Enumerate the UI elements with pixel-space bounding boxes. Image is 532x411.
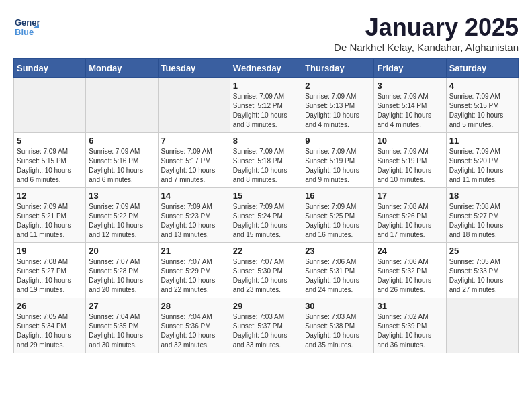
calendar-title: January 2025 <box>334 13 519 42</box>
day-info: Sunrise: 7:04 AMSunset: 5:35 PMDaylight:… <box>89 312 154 350</box>
calendar-header-row: SundayMondayTuesdayWednesdayThursdayFrid… <box>14 59 519 78</box>
day-number: 24 <box>377 246 443 256</box>
day-info: Sunrise: 7:07 AMSunset: 5:28 PMDaylight:… <box>89 257 154 295</box>
calendar-cell: 19Sunrise: 7:08 AMSunset: 5:27 PMDayligh… <box>14 243 86 298</box>
day-number: 4 <box>449 81 515 91</box>
calendar-cell: 24Sunrise: 7:06 AMSunset: 5:32 PMDayligh… <box>374 243 446 298</box>
day-info: Sunrise: 7:09 AMSunset: 5:21 PMDaylight:… <box>17 202 83 240</box>
day-info: Sunrise: 7:08 AMSunset: 5:26 PMDaylight:… <box>377 202 443 240</box>
day-number: 8 <box>233 136 299 146</box>
day-info: Sunrise: 7:09 AMSunset: 5:22 PMDaylight:… <box>89 202 154 240</box>
logo-icon: General Blue <box>13 13 40 40</box>
calendar-cell: 20Sunrise: 7:07 AMSunset: 5:28 PMDayligh… <box>86 243 158 298</box>
day-info: Sunrise: 7:09 AMSunset: 5:24 PMDaylight:… <box>233 202 299 240</box>
day-number: 14 <box>161 191 227 201</box>
day-header-sunday: Sunday <box>14 59 86 78</box>
day-info: Sunrise: 7:09 AMSunset: 5:23 PMDaylight:… <box>161 202 227 240</box>
calendar-cell: 2Sunrise: 7:09 AMSunset: 5:13 PMDaylight… <box>302 78 374 133</box>
day-info: Sunrise: 7:06 AMSunset: 5:31 PMDaylight:… <box>305 257 371 295</box>
day-number: 2 <box>305 81 371 91</box>
calendar-cell: 27Sunrise: 7:04 AMSunset: 5:35 PMDayligh… <box>86 298 158 353</box>
calendar-cell: 9Sunrise: 7:09 AMSunset: 5:19 PMDaylight… <box>302 133 374 188</box>
calendar-cell: 1Sunrise: 7:09 AMSunset: 5:12 PMDaylight… <box>230 78 302 133</box>
day-number: 9 <box>305 136 371 146</box>
calendar-week-row: 1Sunrise: 7:09 AMSunset: 5:12 PMDaylight… <box>14 78 519 133</box>
day-number: 10 <box>377 136 443 146</box>
calendar-cell: 18Sunrise: 7:08 AMSunset: 5:27 PMDayligh… <box>446 188 518 243</box>
calendar-cell: 8Sunrise: 7:09 AMSunset: 5:18 PMDaylight… <box>230 133 302 188</box>
day-info: Sunrise: 7:09 AMSunset: 5:17 PMDaylight:… <box>161 147 227 185</box>
day-number: 31 <box>377 301 443 311</box>
calendar-cell: 6Sunrise: 7:09 AMSunset: 5:16 PMDaylight… <box>86 133 158 188</box>
day-number: 17 <box>377 191 443 201</box>
calendar-cell: 23Sunrise: 7:06 AMSunset: 5:31 PMDayligh… <box>302 243 374 298</box>
day-info: Sunrise: 7:09 AMSunset: 5:20 PMDaylight:… <box>449 147 515 185</box>
day-number: 6 <box>89 136 154 146</box>
calendar-cell: 26Sunrise: 7:05 AMSunset: 5:34 PMDayligh… <box>14 298 86 353</box>
calendar-cell: 7Sunrise: 7:09 AMSunset: 5:17 PMDaylight… <box>158 133 230 188</box>
calendar-cell: 4Sunrise: 7:09 AMSunset: 5:15 PMDaylight… <box>446 78 518 133</box>
day-header-thursday: Thursday <box>302 59 374 78</box>
calendar-cell: 25Sunrise: 7:05 AMSunset: 5:33 PMDayligh… <box>446 243 518 298</box>
day-number: 25 <box>449 246 515 256</box>
day-info: Sunrise: 7:09 AMSunset: 5:25 PMDaylight:… <box>305 202 371 240</box>
day-info: Sunrise: 7:02 AMSunset: 5:39 PMDaylight:… <box>377 312 443 350</box>
day-info: Sunrise: 7:05 AMSunset: 5:34 PMDaylight:… <box>17 312 83 350</box>
calendar-week-row: 26Sunrise: 7:05 AMSunset: 5:34 PMDayligh… <box>14 298 519 353</box>
day-info: Sunrise: 7:05 AMSunset: 5:33 PMDaylight:… <box>449 257 515 295</box>
day-info: Sunrise: 7:09 AMSunset: 5:12 PMDaylight:… <box>233 92 299 130</box>
day-number: 23 <box>305 246 371 256</box>
calendar-cell: 15Sunrise: 7:09 AMSunset: 5:24 PMDayligh… <box>230 188 302 243</box>
day-header-saturday: Saturday <box>446 59 518 78</box>
day-header-friday: Friday <box>374 59 446 78</box>
logo: General Blue <box>13 13 40 40</box>
day-info: Sunrise: 7:03 AMSunset: 5:37 PMDaylight:… <box>233 312 299 350</box>
calendar-cell <box>446 298 518 353</box>
day-info: Sunrise: 7:07 AMSunset: 5:30 PMDaylight:… <box>233 257 299 295</box>
svg-text:Blue: Blue <box>15 27 34 37</box>
day-number: 11 <box>449 136 515 146</box>
title-section: January 2025 De Narkhel Kelay, Kandahar,… <box>334 13 519 53</box>
calendar-week-row: 19Sunrise: 7:08 AMSunset: 5:27 PMDayligh… <box>14 243 519 298</box>
day-info: Sunrise: 7:09 AMSunset: 5:19 PMDaylight:… <box>377 147 443 185</box>
day-number: 27 <box>89 301 154 311</box>
calendar-cell: 3Sunrise: 7:09 AMSunset: 5:14 PMDaylight… <box>374 78 446 133</box>
day-info: Sunrise: 7:06 AMSunset: 5:32 PMDaylight:… <box>377 257 443 295</box>
day-number: 28 <box>161 301 227 311</box>
day-number: 22 <box>233 246 299 256</box>
calendar-cell: 29Sunrise: 7:03 AMSunset: 5:37 PMDayligh… <box>230 298 302 353</box>
day-info: Sunrise: 7:09 AMSunset: 5:16 PMDaylight:… <box>89 147 154 185</box>
day-info: Sunrise: 7:09 AMSunset: 5:14 PMDaylight:… <box>377 92 443 130</box>
calendar-cell: 14Sunrise: 7:09 AMSunset: 5:23 PMDayligh… <box>158 188 230 243</box>
day-number: 18 <box>449 191 515 201</box>
calendar-cell <box>86 78 158 133</box>
day-info: Sunrise: 7:08 AMSunset: 5:27 PMDaylight:… <box>17 257 83 295</box>
calendar-cell: 22Sunrise: 7:07 AMSunset: 5:30 PMDayligh… <box>230 243 302 298</box>
day-number: 26 <box>17 301 83 311</box>
calendar-cell: 5Sunrise: 7:09 AMSunset: 5:15 PMDaylight… <box>14 133 86 188</box>
day-number: 3 <box>377 81 443 91</box>
calendar-cell: 17Sunrise: 7:08 AMSunset: 5:26 PMDayligh… <box>374 188 446 243</box>
calendar-cell: 21Sunrise: 7:07 AMSunset: 5:29 PMDayligh… <box>158 243 230 298</box>
calendar-cell: 11Sunrise: 7:09 AMSunset: 5:20 PMDayligh… <box>446 133 518 188</box>
day-info: Sunrise: 7:09 AMSunset: 5:19 PMDaylight:… <box>305 147 371 185</box>
calendar-table: SundayMondayTuesdayWednesdayThursdayFrid… <box>13 58 519 353</box>
calendar-week-row: 5Sunrise: 7:09 AMSunset: 5:15 PMDaylight… <box>14 133 519 188</box>
day-number: 7 <box>161 136 227 146</box>
day-info: Sunrise: 7:09 AMSunset: 5:15 PMDaylight:… <box>449 92 515 130</box>
day-number: 12 <box>17 191 83 201</box>
day-header-monday: Monday <box>86 59 158 78</box>
day-number: 21 <box>161 246 227 256</box>
calendar-cell: 16Sunrise: 7:09 AMSunset: 5:25 PMDayligh… <box>302 188 374 243</box>
day-number: 16 <box>305 191 371 201</box>
day-header-wednesday: Wednesday <box>230 59 302 78</box>
calendar-cell: 28Sunrise: 7:04 AMSunset: 5:36 PMDayligh… <box>158 298 230 353</box>
calendar-subtitle: De Narkhel Kelay, Kandahar, Afghanistan <box>334 42 519 53</box>
day-header-tuesday: Tuesday <box>158 59 230 78</box>
calendar-cell: 12Sunrise: 7:09 AMSunset: 5:21 PMDayligh… <box>14 188 86 243</box>
day-info: Sunrise: 7:03 AMSunset: 5:38 PMDaylight:… <box>305 312 371 350</box>
calendar-cell: 30Sunrise: 7:03 AMSunset: 5:38 PMDayligh… <box>302 298 374 353</box>
day-number: 5 <box>17 136 83 146</box>
day-info: Sunrise: 7:08 AMSunset: 5:27 PMDaylight:… <box>449 202 515 240</box>
day-info: Sunrise: 7:04 AMSunset: 5:36 PMDaylight:… <box>161 312 227 350</box>
